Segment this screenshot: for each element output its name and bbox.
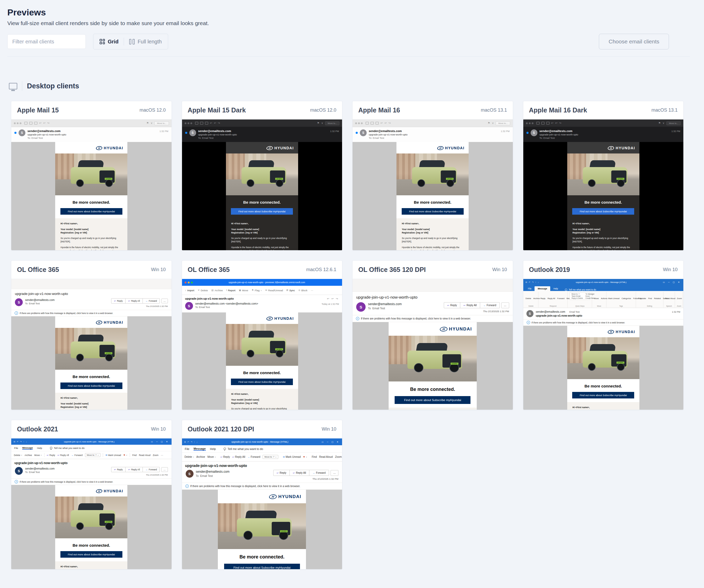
email-body-text: Hi <First name>, Your model: [model name…	[389, 408, 477, 410]
email-viewport: H HYUNDAI LII HYU Be more connected. Fin…	[523, 326, 684, 410]
email-paragraph: Hyundai is the future of electric mobili…	[402, 246, 463, 250]
outlook-2019-window: ⊟ ↶ ↷ ↑ ↓ upgrade-join-up-v1-now-worth-u…	[523, 279, 684, 410]
email-render-preview[interactable]: upgrade-join-up-v1-now-worth-upto S send…	[353, 279, 513, 410]
client-name: OL Office 365	[17, 266, 59, 274]
client-preview-card[interactable]: Apple Mail 16 macOS 13.1 ↩ ↩ ↪ ⚑ ∨ Move …	[352, 101, 513, 250]
move-to-box: Move to: ?∨	[262, 455, 278, 459]
email-heading: Be more connected.	[397, 195, 469, 208]
hyundai-logo-mark-icon: H	[96, 146, 103, 150]
email-model-line: Your model: [model name]	[60, 228, 122, 231]
choose-email-clients-button[interactable]: Choose email clients	[599, 34, 669, 49]
window-title: upgrade-join-up-v1-now-worth-upto - Mess…	[200, 440, 319, 443]
hyundai-logo: H HYUNDAI	[226, 312, 298, 324]
email-cta-button: Find out more about Subscribe myHyundai	[572, 392, 634, 399]
section-title: Desktop clients	[27, 82, 79, 90]
apple-mail-window: ↩ ↩ ↪ ⚑ ∨ Move to... S sender@emailtests…	[353, 119, 513, 250]
license-plate: LII HYU	[105, 521, 112, 523]
email-render-preview[interactable]: ↩ ↩ ↪ ⚑ ∨ Move to... S sender@emailtests…	[523, 119, 684, 250]
client-preview-card[interactable]: Apple Mail 16 Dark macOS 13.1 ↩ ↩ ↪ ⚑ ∨ …	[523, 101, 684, 250]
email-render-preview[interactable]: ↩ ↩ ↪ ⚑ ∨ Move to... S sender@emailtests…	[11, 119, 172, 250]
client-preview-card[interactable]: Outlook 2019 Win 10 ⊟ ↶ ↷ ↑ ↓ upgrade-jo…	[523, 260, 684, 410]
reply-arrow-icon: ↩	[221, 456, 223, 458]
email-render-preview[interactable]: upgrade-join-up-v1-now-worth-upto - prev…	[182, 279, 342, 410]
email-heading: Be more connected.	[567, 379, 639, 392]
tell-me-box: Tell me what you want to do	[50, 447, 84, 450]
mark-unread-button: ✉Mark Unread	[105, 454, 121, 457]
email-cta-button: Find out more about Subscribe myHyundai	[224, 564, 300, 569]
hyundai-logo-mark-icon: H	[266, 316, 273, 320]
email-render-preview[interactable]: ⊟ ↶ ↷ ↑ ↓ upgrade-join-up-v1-now-worth-u…	[523, 279, 684, 410]
received-time: 1:32 PM	[330, 130, 339, 132]
email-cta-button: Find out more about Subscribe myHyundai	[60, 383, 122, 389]
message-actions: ↩Reply ↩Reply All →Forward … Thu 2/13/20…	[273, 470, 338, 480]
mail-window-toolbar: ↩ ↩ ↪ ⚑ ∨ Move to...	[523, 119, 684, 127]
email-render-preview[interactable]: ⊟ ↶ ↷ ↑ ↓ upgrade-join-up-v1-now-worth-u…	[11, 438, 172, 569]
client-preview-card[interactable]: Outlook 2021 Win 10 ⊟ ↶ ↷ ↑ ↓ upgrade-jo…	[11, 420, 172, 570]
junk-icon	[375, 122, 379, 124]
car-wheel	[105, 354, 113, 361]
message-meta: sender@emailtests.com To Email Test	[25, 467, 55, 473]
hyundai-logo-mark-icon: H	[607, 330, 614, 334]
client-preview-card[interactable]: Outlook 2021 120 DPI Win 10 ⊟ ↶ ↷ ↑ ↓ up…	[182, 420, 343, 570]
client-card-header: Outlook 2019 Win 10	[523, 261, 684, 279]
email-greeting: Hi <First name>,	[60, 396, 122, 400]
hyundai-logo-text: HYUNDAI	[104, 146, 123, 150]
forward-arrow-icon: →	[71, 454, 73, 457]
email-content-column: H HYUNDAI LII HYU Be more connected. Fin…	[218, 490, 306, 569]
message-header: S sender@emailtests.com upgrade-join-up-…	[353, 127, 513, 142]
hyundai-logo-mark-icon: H	[96, 489, 103, 493]
quick-access-toolbar-icons: ⊟ ↶ ↷ ↑ ↓	[14, 440, 27, 443]
client-os-version: Win 10	[151, 426, 166, 432]
client-name: Apple Mail 15	[17, 106, 59, 114]
outlook-2021-window: ⊟ ↶ ↷ ↑ ↓ upgrade-join-up-v1-now-worth-u…	[11, 438, 172, 569]
read-aloud-button: Read Aloud	[319, 456, 333, 458]
client-card-header: Outlook 2021 Win 10	[11, 420, 172, 438]
menu-bar: File Message Help Tell me what you want …	[11, 445, 172, 451]
forward-button: →Forward	[71, 454, 82, 457]
toolbar-right: ⚑ ∨ Move to...	[317, 121, 340, 125]
filter-email-clients-input[interactable]	[7, 34, 86, 49]
client-os-version: macOS 12.6.1	[306, 267, 336, 273]
reply-all-icon: ↩	[43, 122, 45, 124]
hyundai-logo: H HYUNDAI	[55, 142, 127, 154]
client-preview-card[interactable]: OL Office 365 Win 10 upgrade-join-up-v1-…	[11, 260, 172, 410]
client-preview-card[interactable]: OL Office 365 macOS 12.6.1 upgrade-join-…	[182, 260, 343, 410]
client-preview-card[interactable]: Apple Mail 15 Dark macOS 12.0 ↩ ↩ ↪ ⚑ ∨ …	[182, 101, 343, 250]
email-model-line: Your model: [model name]	[231, 228, 293, 231]
email-body-text: Hi <First name>, Your model: [model name…	[226, 218, 298, 250]
unread-dot	[14, 132, 16, 134]
license-plate: LII HYU	[446, 178, 454, 180]
car-wheel	[243, 531, 253, 540]
menu-bar: File Message Help Tell me what you want …	[182, 445, 342, 452]
client-preview-card[interactable]: Apple Mail 15 macOS 12.0 ↩ ↩ ↪ ⚑ ∨ Move …	[11, 101, 172, 250]
email-paragraph: Hyundai is the future of electric mobili…	[573, 246, 634, 250]
email-render-preview[interactable]: upgrade-join-up-v1-now-worth-upto S send…	[11, 279, 172, 410]
sync-button: ⟳Sync	[286, 289, 295, 292]
full-length-view-button[interactable]: Full length	[129, 39, 162, 45]
read-unread-button: ✉Read/Unread	[265, 289, 283, 292]
client-preview-card[interactable]: OL Office 365 120 DPI Win 10 upgrade-joi…	[352, 260, 513, 410]
received-time: 1:32 PM	[501, 130, 510, 132]
email-content-column: H HYUNDAI LII HYU Be more connected. Fin…	[389, 322, 477, 410]
car-wheel	[588, 179, 596, 187]
ribbon: DeleteArchive Delete ReplyReply AllForwa…	[523, 291, 684, 308]
message-subject: upgrade-join-up-v1-now-worth-upto	[11, 289, 172, 297]
reply-all-arrow-icon: ↩	[232, 456, 234, 458]
email-paragraph: Hyundai is the future of electric mobili…	[231, 246, 293, 250]
message-meta: sender@emailtests.com upgrade-join-up-v1…	[27, 129, 66, 139]
email-render-preview[interactable]: ⊟ ↶ ↷ ↑ ↓ upgrade-join-up-v1-now-worth-u…	[182, 438, 342, 569]
email-paragraph: So you're charged up and ready to go in …	[231, 407, 293, 410]
mail-window-toolbar: ↩ ↩ ↪ ⚑ ∨ Move to...	[182, 119, 342, 127]
grid-view-button[interactable]: Grid	[100, 39, 118, 45]
hyundai-logo: H HYUNDAI	[55, 316, 127, 328]
received-time: 1:32 PM	[671, 130, 680, 132]
previews-toolbar: Grid Full length Choose email clients	[7, 34, 690, 49]
sender-email: sender@emailtests.com	[368, 302, 402, 306]
outlook-mac-toolbar: ↓Import ✕Delete ▤Archive !Report ▣Move ⚑…	[182, 286, 342, 295]
license-plate: LII HYU	[451, 363, 458, 365]
email-render-preview[interactable]: ↩ ↩ ↪ ⚑ ∨ Move to... S sender@emailtests…	[353, 119, 513, 250]
ribbon-group-delete: DeleteArchive Delete	[524, 292, 539, 307]
green-car: LII HYU	[71, 503, 116, 530]
email-render-preview[interactable]: ↩ ↩ ↪ ⚑ ∨ Move to... S sender@emailtests…	[182, 119, 342, 250]
car-wheel	[105, 179, 113, 187]
